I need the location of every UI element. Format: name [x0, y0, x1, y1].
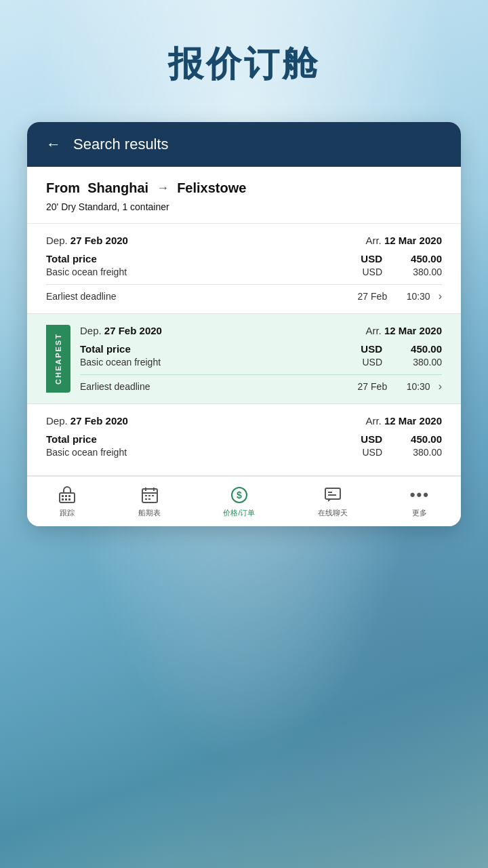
nav-item-price[interactable]: $ 价格/订单 — [223, 486, 255, 518]
nav-label-price: 价格/订单 — [223, 508, 255, 518]
price-icon: $ — [230, 486, 248, 504]
svg-rect-4 — [62, 498, 64, 500]
arr-3: Arr. 12 Mar 2020 — [365, 415, 442, 427]
deadline-date-1: 27 Feb — [358, 291, 388, 302]
svg-rect-15 — [148, 498, 150, 500]
results-list: Dep. 27 Feb 2020 Arr. 12 Mar 2020 Total … — [27, 224, 461, 526]
card-header: ← Search results — [27, 122, 461, 167]
arr-2: Arr. 12 Mar 2020 — [365, 325, 442, 336]
total-currency-1: USD — [350, 253, 382, 264]
freight-amount-3: 380.00 — [394, 447, 442, 458]
svg-rect-18 — [325, 488, 340, 499]
svg-rect-0 — [60, 493, 75, 502]
cheapest-badge: CHEAPEST — [46, 325, 70, 393]
chevron-right-icon-2: › — [439, 380, 442, 393]
deadline-label-2: Earliest deadline — [80, 381, 350, 392]
freight-currency-1: USD — [350, 267, 382, 277]
result-card-3[interactable]: Dep. 27 Feb 2020 Arr. 12 Mar 2020 Total … — [27, 404, 461, 476]
route-from-label: From Shanghai — [46, 180, 148, 196]
nav-label-more: 更多 — [412, 508, 427, 518]
deadline-label-1: Earliest deadline — [46, 291, 350, 302]
total-label-1: Total price — [46, 253, 350, 264]
route-to-city: Felixstowe — [177, 180, 246, 196]
total-amount-1: 450.00 — [394, 253, 442, 264]
deadline-time-2: 10:30 — [407, 381, 430, 392]
bottom-navigation: 跟踪 船期表 — [27, 476, 461, 526]
freight-currency-2: USD — [350, 357, 382, 368]
chat-icon — [324, 486, 342, 504]
nav-item-track[interactable]: 跟踪 — [58, 486, 76, 518]
track-icon — [58, 486, 76, 504]
total-amount-2: 450.00 — [394, 343, 442, 355]
total-currency-3: USD — [350, 433, 382, 445]
freight-label-2: Basic ocean freight — [80, 357, 350, 368]
deadline-date-2: 27 Feb — [358, 381, 388, 392]
route-info: From Shanghai → Felixstowe 20' Dry Stand… — [27, 167, 461, 224]
main-card: ← Search results From Shanghai → Felixst… — [27, 122, 461, 526]
freight-amount-1: 380.00 — [394, 267, 442, 277]
route-arrow-icon: → — [157, 181, 169, 195]
result-card-2-cheapest[interactable]: CHEAPEST Dep. 27 Feb 2020 Arr. 12 Mar 20… — [27, 314, 461, 404]
total-amount-3: 450.00 — [394, 433, 442, 445]
nav-item-more[interactable]: ••• 更多 — [410, 486, 430, 518]
freight-label-3: Basic ocean freight — [46, 447, 350, 458]
total-label-3: Total price — [46, 433, 350, 445]
deadline-time-1: 10:30 — [407, 291, 430, 302]
freight-label-1: Basic ocean freight — [46, 267, 350, 277]
arr-1: Arr. 12 Mar 2020 — [365, 235, 442, 246]
svg-rect-12 — [148, 495, 150, 496]
nav-item-schedule[interactable]: 船期表 — [138, 486, 161, 518]
svg-rect-11 — [145, 495, 147, 496]
dep-1: Dep. 27 Feb 2020 — [46, 235, 128, 246]
search-results-title: Search results — [73, 136, 169, 153]
freight-amount-2: 380.00 — [394, 357, 442, 368]
result-card-1[interactable]: Dep. 27 Feb 2020 Arr. 12 Mar 2020 Total … — [27, 224, 461, 314]
svg-rect-13 — [152, 495, 154, 496]
nav-label-chat: 在线聊天 — [318, 508, 348, 518]
svg-text:$: $ — [237, 490, 242, 500]
chevron-right-icon-1: › — [439, 290, 442, 302]
back-button[interactable]: ← — [46, 136, 61, 153]
total-currency-2: USD — [350, 343, 382, 355]
schedule-icon — [141, 486, 159, 504]
freight-currency-3: USD — [350, 447, 382, 458]
nav-label-schedule: 船期表 — [138, 508, 161, 518]
nav-item-chat[interactable]: 在线聊天 — [318, 486, 348, 518]
svg-rect-6 — [68, 498, 70, 500]
total-label-2: Total price — [80, 343, 350, 355]
dep-2: Dep. 27 Feb 2020 — [80, 325, 162, 336]
svg-rect-5 — [65, 498, 67, 500]
more-icon: ••• — [410, 486, 430, 504]
page-title: 报价订舱 — [0, 0, 488, 108]
svg-rect-14 — [145, 498, 147, 500]
container-info: 20' Dry Standard, 1 container — [46, 201, 442, 212]
nav-label-track: 跟踪 — [60, 508, 75, 518]
svg-rect-1 — [62, 495, 64, 497]
dep-3: Dep. 27 Feb 2020 — [46, 415, 128, 427]
svg-rect-2 — [65, 495, 67, 497]
svg-rect-3 — [68, 495, 70, 497]
